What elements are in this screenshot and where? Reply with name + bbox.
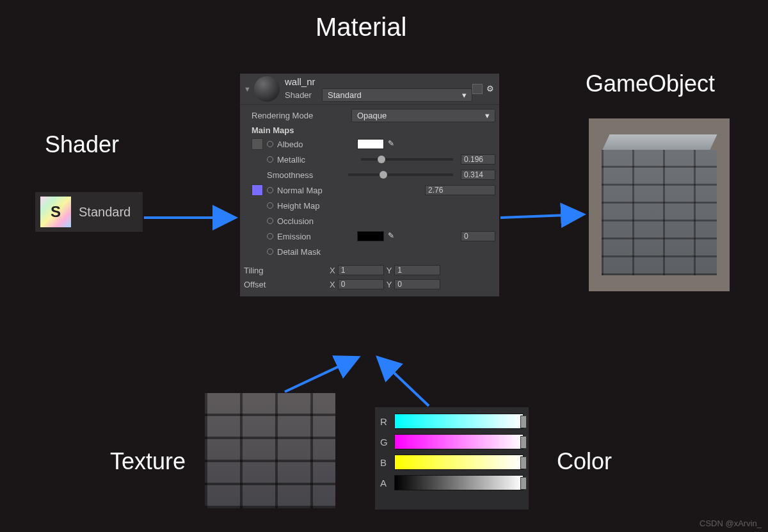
label-gameobject: GameObject: [586, 70, 715, 97]
albedo-color[interactable]: [357, 139, 384, 149]
rendering-mode-value: Opaque: [357, 111, 387, 120]
color-picker: R G B A: [375, 407, 529, 510]
normal-value[interactable]: 2.76: [425, 185, 495, 195]
main-maps-header: Main Maps: [252, 125, 495, 135]
channel-g-label: G: [380, 437, 389, 447]
tiling-x[interactable]: 1: [338, 265, 384, 275]
normal-texture-slot[interactable]: [252, 184, 263, 196]
emission-label: Emission: [277, 232, 311, 241]
offset-y[interactable]: 0: [394, 279, 440, 289]
circle-icon[interactable]: [267, 156, 273, 163]
tiling-y[interactable]: 1: [394, 265, 440, 275]
circle-icon[interactable]: [267, 218, 273, 224]
svg-line-2: [285, 357, 358, 392]
texture-asset[interactable]: [205, 393, 335, 508]
material-inspector: ▼ wall_nr Shader Standard ▾ ⚙ Rendering …: [240, 74, 499, 296]
channel-r-label: R: [380, 416, 389, 427]
r-slider[interactable]: [394, 414, 524, 429]
chevron-down-icon: ▾: [485, 111, 490, 120]
y-label: Y: [387, 266, 392, 275]
a-slider[interactable]: [394, 475, 524, 490]
tiling-label: Tiling: [244, 266, 327, 275]
material-header: ▼ wall_nr Shader Standard ▾ ⚙: [240, 74, 499, 105]
offset-label: Offset: [244, 280, 327, 289]
albedo-texture-slot[interactable]: [252, 138, 263, 150]
circle-icon[interactable]: [267, 233, 273, 239]
svg-line-1: [500, 214, 584, 218]
chevron-down-icon: ▾: [462, 90, 467, 100]
g-slider[interactable]: [394, 434, 524, 449]
gear-icon[interactable]: ⚙: [485, 84, 495, 94]
circle-icon[interactable]: [267, 202, 273, 209]
shader-field-label: Shader: [285, 90, 318, 100]
label-material: Material: [316, 13, 406, 42]
label-color: Color: [557, 448, 612, 475]
smoothness-slider[interactable]: [348, 173, 453, 176]
x-label: X: [330, 280, 335, 289]
svg-line-3: [378, 357, 429, 406]
foldout-icon[interactable]: ▼: [244, 85, 254, 93]
emission-value[interactable]: 0: [461, 231, 495, 241]
shader-dropdown-value: Standard: [328, 90, 362, 100]
eyedropper-icon[interactable]: ✎: [388, 231, 398, 241]
metallic-slider[interactable]: [361, 158, 453, 161]
circle-icon[interactable]: [267, 141, 273, 147]
label-texture: Texture: [110, 448, 186, 475]
material-preview-sphere: [254, 76, 280, 102]
channel-a-label: A: [380, 478, 389, 488]
smoothness-label: Smoothness: [267, 170, 313, 180]
brick-texture: [205, 393, 335, 508]
height-label: Height Map: [277, 201, 319, 211]
help-icon[interactable]: [472, 84, 483, 94]
material-name: wall_nr: [285, 76, 472, 87]
rendering-mode-dropdown[interactable]: Opaque ▾: [351, 109, 495, 122]
rendering-mode-label: Rendering Mode: [252, 111, 313, 120]
b-slider[interactable]: [394, 455, 524, 470]
albedo-label: Albedo: [277, 140, 303, 149]
offset-x[interactable]: 0: [338, 279, 384, 289]
circle-icon[interactable]: [267, 187, 273, 193]
shader-dropdown[interactable]: Standard ▾: [322, 88, 472, 102]
label-shader: Shader: [45, 131, 119, 158]
circle-icon[interactable]: [267, 248, 273, 255]
shader-asset[interactable]: S Standard: [35, 192, 143, 232]
eyedropper-icon[interactable]: ✎: [388, 139, 398, 149]
x-label: X: [330, 266, 335, 275]
shader-asset-name: Standard: [79, 205, 131, 220]
detail-mask-label: Detail Mask: [277, 247, 321, 257]
shader-icon: S: [40, 197, 71, 227]
occlusion-label: Occlusion: [277, 216, 314, 226]
normal-label: Normal Map: [277, 186, 323, 195]
emission-color[interactable]: [357, 231, 384, 241]
channel-b-label: B: [380, 457, 389, 468]
metallic-label: Metallic: [277, 155, 305, 165]
cube-mesh: [602, 134, 717, 275]
metallic-value[interactable]: 0.196: [461, 154, 495, 165]
watermark: CSDN @xArvin_: [700, 519, 762, 528]
y-label: Y: [387, 280, 392, 289]
gameobject-preview: [589, 118, 730, 291]
smoothness-value[interactable]: 0.314: [461, 170, 495, 180]
